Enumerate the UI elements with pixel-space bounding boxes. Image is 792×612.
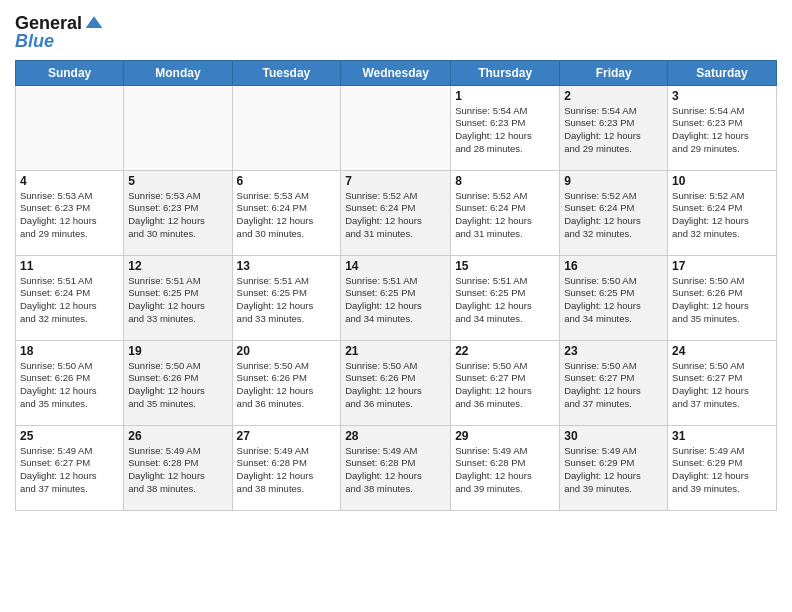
day-number: 3 [672,89,772,103]
logo-icon [84,13,104,33]
calendar-cell: 28Sunrise: 5:49 AM Sunset: 6:28 PM Dayli… [341,425,451,510]
cell-info: Sunrise: 5:49 AM Sunset: 6:27 PM Dayligh… [20,445,119,496]
calendar-week-4: 18Sunrise: 5:50 AM Sunset: 6:26 PM Dayli… [16,340,777,425]
calendar-cell: 12Sunrise: 5:51 AM Sunset: 6:25 PM Dayli… [124,255,232,340]
cell-info: Sunrise: 5:51 AM Sunset: 6:24 PM Dayligh… [20,275,119,326]
day-number: 19 [128,344,227,358]
logo-text-blue: Blue [15,32,54,52]
cell-info: Sunrise: 5:49 AM Sunset: 6:28 PM Dayligh… [237,445,337,496]
day-number: 30 [564,429,663,443]
calendar-cell [16,85,124,170]
calendar-cell [341,85,451,170]
calendar-cell: 22Sunrise: 5:50 AM Sunset: 6:27 PM Dayli… [451,340,560,425]
calendar-week-2: 4Sunrise: 5:53 AM Sunset: 6:23 PM Daylig… [16,170,777,255]
weekday-header-thursday: Thursday [451,60,560,85]
calendar-cell: 20Sunrise: 5:50 AM Sunset: 6:26 PM Dayli… [232,340,341,425]
cell-info: Sunrise: 5:53 AM Sunset: 6:24 PM Dayligh… [237,190,337,241]
day-number: 12 [128,259,227,273]
calendar-cell: 29Sunrise: 5:49 AM Sunset: 6:28 PM Dayli… [451,425,560,510]
cell-info: Sunrise: 5:50 AM Sunset: 6:26 PM Dayligh… [20,360,119,411]
day-number: 28 [345,429,446,443]
cell-info: Sunrise: 5:50 AM Sunset: 6:27 PM Dayligh… [672,360,772,411]
day-number: 31 [672,429,772,443]
calendar-cell: 23Sunrise: 5:50 AM Sunset: 6:27 PM Dayli… [560,340,668,425]
calendar-cell: 24Sunrise: 5:50 AM Sunset: 6:27 PM Dayli… [668,340,777,425]
cell-info: Sunrise: 5:51 AM Sunset: 6:25 PM Dayligh… [237,275,337,326]
cell-info: Sunrise: 5:49 AM Sunset: 6:28 PM Dayligh… [455,445,555,496]
calendar-header-row: SundayMondayTuesdayWednesdayThursdayFrid… [16,60,777,85]
cell-info: Sunrise: 5:52 AM Sunset: 6:24 PM Dayligh… [455,190,555,241]
logo: General Blue [15,14,104,52]
day-number: 20 [237,344,337,358]
calendar-cell: 21Sunrise: 5:50 AM Sunset: 6:26 PM Dayli… [341,340,451,425]
cell-info: Sunrise: 5:50 AM Sunset: 6:26 PM Dayligh… [672,275,772,326]
day-number: 17 [672,259,772,273]
cell-info: Sunrise: 5:49 AM Sunset: 6:29 PM Dayligh… [672,445,772,496]
calendar-cell: 16Sunrise: 5:50 AM Sunset: 6:25 PM Dayli… [560,255,668,340]
day-number: 6 [237,174,337,188]
page: General Blue SundayMondayTuesdayWednesda… [0,0,792,612]
cell-info: Sunrise: 5:49 AM Sunset: 6:28 PM Dayligh… [345,445,446,496]
weekday-header-wednesday: Wednesday [341,60,451,85]
svg-marker-0 [86,16,103,28]
calendar-cell: 25Sunrise: 5:49 AM Sunset: 6:27 PM Dayli… [16,425,124,510]
calendar-cell: 11Sunrise: 5:51 AM Sunset: 6:24 PM Dayli… [16,255,124,340]
calendar-cell: 31Sunrise: 5:49 AM Sunset: 6:29 PM Dayli… [668,425,777,510]
day-number: 15 [455,259,555,273]
day-number: 1 [455,89,555,103]
calendar-cell: 14Sunrise: 5:51 AM Sunset: 6:25 PM Dayli… [341,255,451,340]
calendar-cell: 10Sunrise: 5:52 AM Sunset: 6:24 PM Dayli… [668,170,777,255]
calendar-cell: 1Sunrise: 5:54 AM Sunset: 6:23 PM Daylig… [451,85,560,170]
day-number: 21 [345,344,446,358]
cell-info: Sunrise: 5:49 AM Sunset: 6:28 PM Dayligh… [128,445,227,496]
calendar-cell: 19Sunrise: 5:50 AM Sunset: 6:26 PM Dayli… [124,340,232,425]
day-number: 18 [20,344,119,358]
cell-info: Sunrise: 5:50 AM Sunset: 6:27 PM Dayligh… [455,360,555,411]
cell-info: Sunrise: 5:50 AM Sunset: 6:26 PM Dayligh… [345,360,446,411]
header: General Blue [15,10,777,52]
calendar-table: SundayMondayTuesdayWednesdayThursdayFrid… [15,60,777,511]
calendar-cell: 15Sunrise: 5:51 AM Sunset: 6:25 PM Dayli… [451,255,560,340]
day-number: 9 [564,174,663,188]
calendar-week-3: 11Sunrise: 5:51 AM Sunset: 6:24 PM Dayli… [16,255,777,340]
calendar-cell: 27Sunrise: 5:49 AM Sunset: 6:28 PM Dayli… [232,425,341,510]
day-number: 26 [128,429,227,443]
calendar-cell: 8Sunrise: 5:52 AM Sunset: 6:24 PM Daylig… [451,170,560,255]
calendar-cell: 7Sunrise: 5:52 AM Sunset: 6:24 PM Daylig… [341,170,451,255]
day-number: 27 [237,429,337,443]
calendar-cell: 3Sunrise: 5:54 AM Sunset: 6:23 PM Daylig… [668,85,777,170]
calendar-cell: 4Sunrise: 5:53 AM Sunset: 6:23 PM Daylig… [16,170,124,255]
calendar-cell: 30Sunrise: 5:49 AM Sunset: 6:29 PM Dayli… [560,425,668,510]
calendar-cell: 17Sunrise: 5:50 AM Sunset: 6:26 PM Dayli… [668,255,777,340]
cell-info: Sunrise: 5:52 AM Sunset: 6:24 PM Dayligh… [345,190,446,241]
calendar-week-5: 25Sunrise: 5:49 AM Sunset: 6:27 PM Dayli… [16,425,777,510]
calendar-cell [232,85,341,170]
cell-info: Sunrise: 5:53 AM Sunset: 6:23 PM Dayligh… [20,190,119,241]
cell-info: Sunrise: 5:50 AM Sunset: 6:25 PM Dayligh… [564,275,663,326]
cell-info: Sunrise: 5:51 AM Sunset: 6:25 PM Dayligh… [128,275,227,326]
calendar-cell: 6Sunrise: 5:53 AM Sunset: 6:24 PM Daylig… [232,170,341,255]
cell-info: Sunrise: 5:54 AM Sunset: 6:23 PM Dayligh… [564,105,663,156]
day-number: 4 [20,174,119,188]
cell-info: Sunrise: 5:52 AM Sunset: 6:24 PM Dayligh… [672,190,772,241]
weekday-header-sunday: Sunday [16,60,124,85]
day-number: 24 [672,344,772,358]
cell-info: Sunrise: 5:51 AM Sunset: 6:25 PM Dayligh… [455,275,555,326]
day-number: 7 [345,174,446,188]
day-number: 23 [564,344,663,358]
day-number: 14 [345,259,446,273]
day-number: 16 [564,259,663,273]
cell-info: Sunrise: 5:53 AM Sunset: 6:23 PM Dayligh… [128,190,227,241]
day-number: 29 [455,429,555,443]
weekday-header-tuesday: Tuesday [232,60,341,85]
day-number: 2 [564,89,663,103]
cell-info: Sunrise: 5:50 AM Sunset: 6:26 PM Dayligh… [128,360,227,411]
day-number: 22 [455,344,555,358]
cell-info: Sunrise: 5:50 AM Sunset: 6:27 PM Dayligh… [564,360,663,411]
calendar-cell [124,85,232,170]
day-number: 13 [237,259,337,273]
weekday-header-friday: Friday [560,60,668,85]
calendar-cell: 13Sunrise: 5:51 AM Sunset: 6:25 PM Dayli… [232,255,341,340]
calendar-cell: 5Sunrise: 5:53 AM Sunset: 6:23 PM Daylig… [124,170,232,255]
day-number: 8 [455,174,555,188]
